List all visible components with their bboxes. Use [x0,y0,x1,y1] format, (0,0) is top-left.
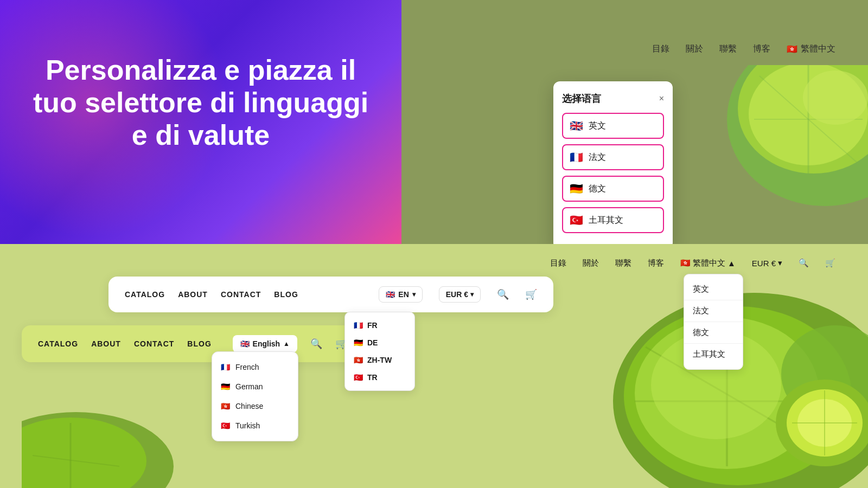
nav-item-about[interactable]: 關於 [686,43,703,55]
currency-label-1: EUR € [446,290,468,299]
chinese-dropdown-item-french[interactable]: 法文 [684,300,743,322]
english-dropdown-german[interactable]: 🇩🇪 German [212,377,298,396]
language-dialog: 选择语言 × 🇬🇧 英文 🇫🇷 法文 🇩🇪 德文 🇹🇷 土耳其文 [553,81,673,249]
english-dropdown-turkish[interactable]: 🇹🇷 Turkish [212,416,298,435]
top-chinese-navbar: 目錄 關於 聯繫 博客 🇭🇰 繁體中文 ▲ EUR € ▾ 🔍 🛒 [347,249,868,277]
flag-uk: 🇬🇧 [570,119,583,132]
nav-links-2: CATALOG ABOUT CONTACT BLOG [38,339,220,348]
flag-chinese-dd: 🇭🇰 [221,402,230,410]
flag-tr: 🇹🇷 [570,214,583,227]
en-lang-selector[interactable]: 🇬🇧 EN ▾ [379,286,422,303]
top-right-nav: 目錄 關於 聯繫 博客 🇭🇰 繁體中文 [652,43,835,55]
nav2-contact[interactable]: CONTACT [134,339,174,348]
nav-links-1: CATALOG ABOUT CONTACT BLOG [125,290,362,299]
nav2-about[interactable]: ABOUT [91,339,121,348]
label-fr-dd: FR [367,321,378,330]
chinese-lang-label: 繁體中文 [693,258,725,268]
nav1-contact[interactable]: CONTACT [221,290,261,299]
flag-french-dd: 🇫🇷 [221,363,230,371]
dialog-title: 选择语言 [562,92,601,105]
en-dropdown-de[interactable]: 🇩🇪 DE [345,334,414,351]
nav2-blog[interactable]: BLOG [187,339,211,348]
search-icon-top[interactable]: 🔍 [799,258,809,268]
en-lang-label: EN [398,290,409,299]
english-dropdown-french[interactable]: 🇫🇷 French [212,357,298,377]
dialog-header: 选择语言 × [562,92,664,105]
top-lang-selector[interactable]: 🇭🇰 繁體中文 [787,43,835,55]
chinese-language-dropdown: 英文 法文 德文 土耳其文 [684,274,743,370]
chinese-dropdown-item-english[interactable]: 英文 [684,279,743,300]
label-de-dd: DE [367,338,378,347]
nav1-catalog[interactable]: CATALOG [125,290,165,299]
en-flag: 🇬🇧 [386,290,395,299]
nav1-blog[interactable]: BLOG [274,290,298,299]
chinese-nav-catalog[interactable]: 目錄 [550,258,566,268]
chinese-lang-btn[interactable]: 🇭🇰 繁體中文 ▲ [680,258,736,268]
flag-german-dd: 🇩🇪 [221,382,230,391]
cart-icon-top[interactable]: 🛒 [825,258,835,268]
en-chevron: ▾ [412,291,416,298]
lang-label-turkish: 土耳其文 [589,215,623,226]
english-language-dropdown: 🇫🇷 French 🇩🇪 German 🇭🇰 Chinese 🇹🇷 Turkis… [212,351,298,441]
flag-de: 🇩🇪 [570,182,583,195]
lang-label-french: 法文 [589,152,606,163]
lang-label-german: 德文 [589,183,606,195]
label-turkish-dd: Turkish [235,421,260,430]
currency-chevron-1: ▾ [470,291,474,298]
label-tr-dd: TR [367,373,378,382]
flag-fr: 🇫🇷 [570,151,583,164]
chinese-lang-flag: 🇭🇰 [680,258,691,268]
navbar-card-2: CATALOG ABOUT CONTACT BLOG 🇬🇧 English ▲ … [22,325,363,362]
top-lang-flag: 🇭🇰 [787,44,797,54]
label-french-dd: French [235,363,259,371]
english-flag: 🇬🇧 [240,339,250,348]
hero-section: Personalizza e piazza il tuo selettore d… [27,54,374,151]
lang-label-english: 英文 [589,120,606,132]
chinese-nav-contact[interactable]: 聯繫 [615,258,631,268]
dialog-close-button[interactable]: × [659,94,664,104]
chinese-nav-about[interactable]: 關於 [583,258,599,268]
en-dropdown-tr[interactable]: 🇹🇷 TR [345,369,414,386]
cart-icon-1[interactable]: 🛒 [525,288,537,300]
navbar-card-1: CATALOG ABOUT CONTACT BLOG 🇬🇧 EN ▾ EUR €… [108,277,553,312]
currency-label-top: EUR € [752,259,776,268]
lime-decoration-bottom-left [22,390,228,488]
currency-selector-1[interactable]: EUR € ▾ [439,286,481,303]
nav1-about[interactable]: ABOUT [178,290,208,299]
flag-zhtw-dd: 🇭🇰 [354,356,363,364]
label-zhtw-dd: ZH-TW [367,356,392,364]
top-right-panel: 目錄 關於 聯繫 博客 🇭🇰 繁體中文 选择语言 × 🇬🇧 英文 🇫🇷 法文 🇩… [401,0,868,244]
nav2-catalog[interactable]: CATALOG [38,339,78,348]
top-lang-label: 繁體中文 [801,43,835,55]
flag-turkish-dd: 🇹🇷 [221,421,230,430]
chinese-lang-chevron: ▲ [727,259,736,268]
english-lang-label: English [253,339,280,348]
lime-decoration-top [705,65,868,244]
lang-option-turkish[interactable]: 🇹🇷 土耳其文 [562,207,664,233]
flag-tr-dd: 🇹🇷 [354,373,363,382]
en-language-dropdown: 🇫🇷 FR 🇩🇪 DE 🇭🇰 ZH-TW 🇹🇷 TR [344,312,415,391]
nav-item-catalog[interactable]: 目錄 [652,43,669,55]
nav-item-blog[interactable]: 博客 [753,43,770,55]
lang-option-german[interactable]: 🇩🇪 德文 [562,176,664,202]
currency-chevron: ▾ [778,258,782,268]
en-dropdown-fr[interactable]: 🇫🇷 FR [345,317,414,334]
lang-option-french[interactable]: 🇫🇷 法文 [562,144,664,170]
label-chinese-dd: Chinese [235,402,263,410]
nav-item-contact[interactable]: 聯繫 [719,43,737,55]
english-dropdown-chinese[interactable]: 🇭🇰 Chinese [212,396,298,416]
english-lang-selector[interactable]: 🇬🇧 English ▲ [233,335,297,352]
hero-title: Personalizza e piazza il tuo selettore d… [27,54,374,151]
svg-point-6 [803,70,868,125]
chinese-dropdown-item-turkish[interactable]: 土耳其文 [684,344,743,365]
chinese-nav-blog[interactable]: 博客 [648,258,664,268]
search-icon-1[interactable]: 🔍 [497,288,509,300]
en-dropdown-zhtw[interactable]: 🇭🇰 ZH-TW [345,351,414,369]
chinese-dropdown-item-german[interactable]: 德文 [684,322,743,344]
lang-option-english[interactable]: 🇬🇧 英文 [562,113,664,139]
flag-fr-dd: 🇫🇷 [354,321,363,330]
currency-selector-top[interactable]: EUR € ▾ [752,258,782,268]
search-icon-2[interactable]: 🔍 [310,338,322,350]
english-chevron: ▲ [283,340,290,348]
label-german-dd: German [235,382,263,391]
